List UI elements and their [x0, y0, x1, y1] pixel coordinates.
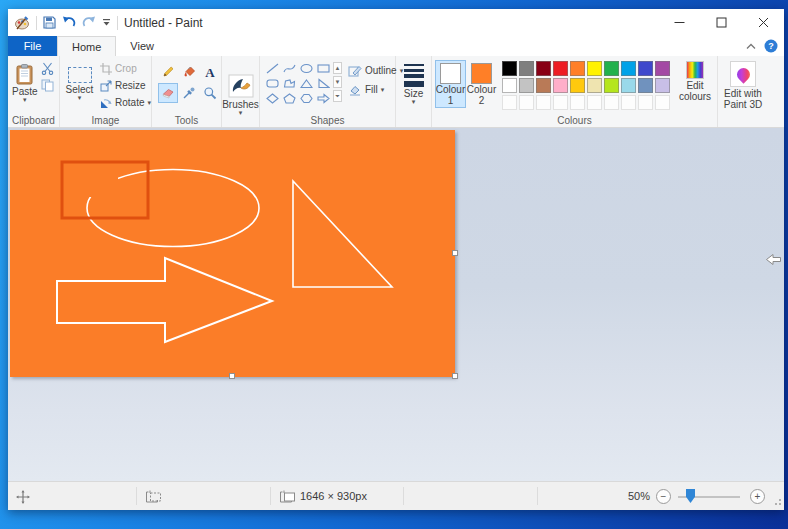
shape-pentagon[interactable]	[281, 91, 297, 105]
dropdown-arrow-icon: ▾	[381, 87, 385, 92]
outline-label: Outline	[365, 65, 397, 76]
shapes-scroll-up-icon[interactable]: ▲	[333, 62, 342, 74]
palette-swatch[interactable]	[655, 78, 670, 93]
paste-button[interactable]: Paste ▾	[12, 60, 38, 102]
zoom-slider-handle[interactable]	[686, 489, 695, 503]
shapes-more-icon[interactable]: ⏷	[333, 90, 342, 102]
palette-swatch-empty[interactable]	[621, 95, 636, 110]
brushes-button[interactable]: Brushes ▾	[222, 68, 259, 115]
palette-swatch[interactable]	[604, 61, 619, 76]
crop-icon	[100, 63, 112, 75]
shape-triangle[interactable]	[298, 76, 314, 90]
shape-right-triangle[interactable]	[315, 76, 331, 90]
magnifier-icon	[203, 86, 217, 100]
image-group-label: Image	[60, 115, 151, 126]
dropdown-arrow-icon: ▾	[23, 97, 27, 102]
pencil-tool[interactable]	[158, 62, 178, 82]
palette-swatch-empty[interactable]	[655, 95, 670, 110]
palette-swatch-empty[interactable]	[604, 95, 619, 110]
redo-button[interactable]	[82, 16, 96, 29]
palette-swatch[interactable]	[502, 61, 517, 76]
copy-button[interactable]	[41, 79, 54, 92]
status-bar: 1646 × 930px 50% − +	[8, 481, 784, 510]
palette-swatch-empty[interactable]	[519, 95, 534, 110]
palette-swatch-empty[interactable]	[536, 95, 551, 110]
customize-quick-access-icon[interactable]	[102, 18, 111, 27]
palette-swatch[interactable]	[621, 78, 636, 93]
erased-area	[72, 161, 118, 197]
help-icon[interactable]: ?	[764, 39, 778, 53]
outline-button[interactable]: Outline ▾	[348, 64, 403, 77]
colour1-button[interactable]: Colour 1	[435, 60, 466, 108]
palette-swatch[interactable]	[570, 78, 585, 93]
palette-swatch[interactable]	[587, 61, 602, 76]
select-button[interactable]: Select ▾	[63, 60, 96, 110]
shape-line[interactable]	[264, 61, 280, 75]
magnifier-tool[interactable]	[200, 83, 220, 103]
fill-button[interactable]: Fill ▾	[348, 83, 403, 96]
size-button[interactable]: Size ▾	[404, 56, 424, 104]
canvas-resize-handle-corner[interactable]	[452, 373, 458, 379]
cursor-position-icon	[16, 490, 30, 504]
shape-polygon[interactable]	[281, 76, 297, 90]
edit-colours-button[interactable]: Edit colours	[674, 60, 716, 102]
tab-home[interactable]: Home	[57, 36, 116, 56]
minimize-button[interactable]	[658, 9, 700, 36]
maximize-button[interactable]	[700, 9, 742, 36]
palette-swatch-empty[interactable]	[570, 95, 585, 110]
canvas-resize-handle-right[interactable]	[452, 250, 458, 256]
resize-button[interactable]: Resize	[100, 78, 151, 93]
palette-swatch-empty[interactable]	[638, 95, 653, 110]
palette-swatch[interactable]	[638, 61, 653, 76]
shape-rectangle[interactable]	[315, 61, 331, 75]
colour1-label: Colour 1	[436, 84, 466, 106]
window-resize-grip[interactable]	[773, 499, 781, 507]
shapes-scroll-down-icon[interactable]: ▼	[333, 76, 342, 88]
zoom-out-button[interactable]: −	[656, 489, 671, 504]
shape-ellipse[interactable]	[298, 61, 314, 75]
shape-curve[interactable]	[281, 61, 297, 75]
palette-swatch-empty[interactable]	[502, 95, 517, 110]
crop-button: Crop	[100, 61, 151, 76]
palette-swatch[interactable]	[587, 78, 602, 93]
palette-swatch[interactable]	[553, 78, 568, 93]
cut-button[interactable]	[41, 62, 54, 75]
tab-file[interactable]: File	[8, 36, 57, 56]
colour2-button[interactable]: Colour 2	[466, 60, 497, 108]
text-tool[interactable]: A	[200, 62, 220, 82]
undo-button[interactable]	[62, 16, 76, 29]
canvas-resize-handle-bottom[interactable]	[229, 373, 235, 379]
colour-picker-tool[interactable]	[179, 83, 199, 103]
eraser-tool[interactable]	[158, 83, 178, 103]
fill-with-colour-tool[interactable]	[179, 62, 199, 82]
palette-swatch[interactable]	[536, 61, 551, 76]
close-button[interactable]	[742, 9, 784, 36]
palette-swatch-empty[interactable]	[553, 95, 568, 110]
palette-swatch[interactable]	[655, 61, 670, 76]
collapse-ribbon-icon[interactable]	[746, 43, 756, 50]
palette-swatch[interactable]	[570, 61, 585, 76]
clipboard-paste-icon	[16, 64, 33, 85]
shape-right-arrow[interactable]	[315, 91, 331, 105]
palette-swatch[interactable]	[502, 78, 517, 93]
select-icon	[68, 67, 92, 83]
palette-swatch[interactable]	[638, 78, 653, 93]
paint-canvas[interactable]	[10, 130, 455, 377]
palette-swatch[interactable]	[621, 61, 636, 76]
shape-rounded-rectangle[interactable]	[264, 76, 280, 90]
shape-hexagon[interactable]	[298, 91, 314, 105]
palette-swatch[interactable]	[604, 78, 619, 93]
save-button[interactable]	[43, 16, 56, 29]
palette-swatch-empty[interactable]	[587, 95, 602, 110]
shape-diamond[interactable]	[264, 91, 280, 105]
palette-swatch[interactable]	[519, 61, 534, 76]
rotate-button[interactable]: Rotate ▾	[100, 95, 151, 110]
palette-swatch[interactable]	[519, 78, 534, 93]
zoom-in-button[interactable]: +	[750, 489, 765, 504]
drawing-workarea	[8, 128, 784, 481]
pencil-icon	[161, 65, 175, 79]
edit-with-paint3d-button[interactable]: Edit with Paint 3D	[718, 56, 768, 110]
palette-swatch[interactable]	[536, 78, 551, 93]
palette-swatch[interactable]	[553, 61, 568, 76]
tab-view[interactable]: View	[116, 36, 168, 56]
